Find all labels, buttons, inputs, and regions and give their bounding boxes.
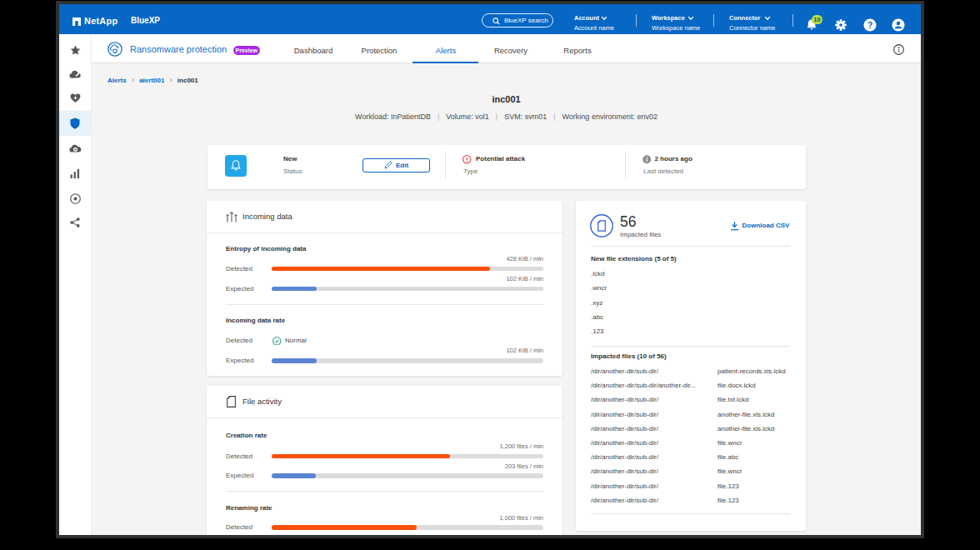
svg-text:?: ? [868,21,872,30]
